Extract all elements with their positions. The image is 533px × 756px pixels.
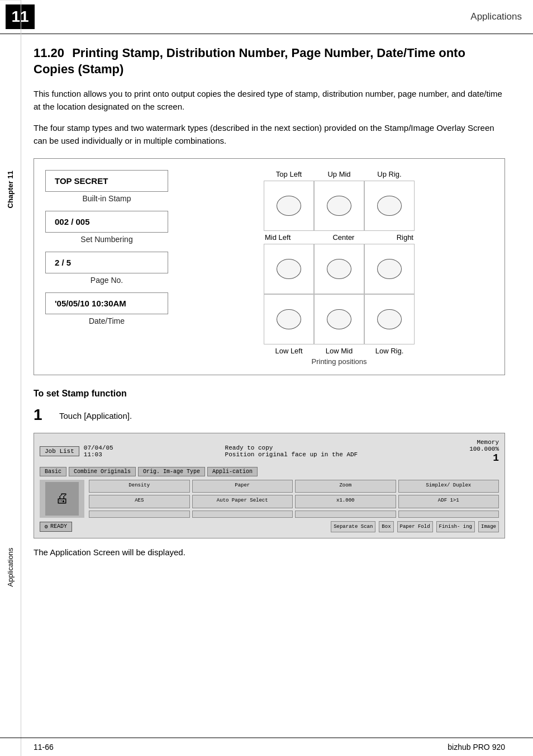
body-paragraph-1: This function allows you to print onto o… bbox=[34, 87, 505, 114]
section-heading: 11.20 Printing Stamp, Distribution Numbe… bbox=[34, 45, 505, 77]
tab-basic[interactable]: Basic bbox=[40, 467, 66, 476]
stamp-group-2: 2 / 5 Page No. bbox=[45, 252, 168, 289]
cell-low-rig[interactable] bbox=[364, 294, 415, 344]
ready-button[interactable]: ⚙ READY bbox=[40, 522, 72, 532]
label-low-mid: Low Mid bbox=[314, 347, 364, 355]
label-right: Right bbox=[397, 233, 413, 242]
section-side-label: Applications bbox=[0, 379, 21, 757]
ctrl-empty-1 bbox=[89, 511, 190, 518]
ctrl-paper-fold[interactable]: Paper Fold bbox=[397, 521, 433, 532]
label-up-mid: Up Mid bbox=[314, 170, 364, 178]
top-position-labels: Top Left Up Mid Up Rig. bbox=[264, 170, 415, 178]
memory-label: Memory bbox=[477, 439, 499, 446]
circle-low-mid bbox=[327, 309, 351, 329]
bot-position-labels: Low Left Low Mid Low Rig. bbox=[264, 347, 415, 355]
printing-positions-label: Printing positions bbox=[312, 357, 367, 366]
circle-up-mid bbox=[327, 196, 351, 216]
cell-up-mid[interactable] bbox=[314, 181, 364, 231]
ctrl-empty-4 bbox=[398, 511, 499, 518]
step-1-text: Touch [Application]. bbox=[59, 407, 132, 423]
cell-right[interactable] bbox=[364, 244, 415, 294]
footer-page-num: 11-66 bbox=[34, 743, 54, 752]
main-content: 11.20 Printing Stamp, Distribution Numbe… bbox=[0, 34, 533, 568]
label-low-left: Low Left bbox=[264, 347, 314, 355]
tab-combine[interactable]: Combine Originals bbox=[69, 467, 136, 476]
screen-memory: Memory 100.000% 1 bbox=[469, 439, 499, 464]
stamp-function-heading: To set Stamp function bbox=[34, 389, 505, 399]
grid-row-bot bbox=[264, 294, 415, 344]
ctrl-image[interactable]: Image bbox=[478, 521, 499, 532]
stamp-label-0: Built-in Stamp bbox=[45, 194, 168, 203]
page-footer: 11-66 bizhub PRO 920 bbox=[0, 738, 533, 756]
ctrl-simplex-duplex[interactable]: Simplex/ Duplex bbox=[398, 480, 499, 493]
screen-bottom-bar: ⚙ READY Separate Scan Box Paper Fold Fin… bbox=[40, 521, 499, 532]
step-1-row: 1 Touch [Application]. bbox=[34, 407, 505, 424]
cell-mid-left[interactable] bbox=[264, 244, 314, 294]
after-screen-text: The Application Screen will be displayed… bbox=[34, 547, 505, 557]
label-mid-left: Mid Left bbox=[265, 233, 291, 242]
cell-low-mid[interactable] bbox=[314, 294, 364, 344]
tab-application[interactable]: Appli-cation bbox=[207, 467, 258, 476]
ctrl-aes[interactable]: AES bbox=[89, 495, 190, 508]
ctrl-auto-paper[interactable]: Auto Paper Select bbox=[192, 495, 293, 508]
status-line1: Ready to copy bbox=[225, 445, 358, 451]
stamp-label-3: Date/Time bbox=[45, 316, 168, 325]
ctrl-zoom-value[interactable]: x1.000 bbox=[295, 495, 396, 508]
job-list-button[interactable]: Job List bbox=[40, 446, 79, 456]
ctrl-zoom[interactable]: Zoom bbox=[295, 480, 396, 493]
step-1-number: 1 bbox=[34, 407, 54, 424]
positions-grid-container: Top Left Up Mid Up Rig. Mid Left Center … bbox=[264, 170, 415, 366]
status-line2: Position original face up in the ADF bbox=[225, 451, 358, 458]
body-paragraph-2: The four stamp types and two watermark t… bbox=[34, 121, 505, 148]
cell-low-left[interactable] bbox=[264, 294, 314, 344]
screen-left-panel: 🖨 bbox=[40, 480, 84, 518]
cell-center[interactable] bbox=[314, 244, 364, 294]
label-center: Center bbox=[332, 233, 354, 242]
chapter-side-label: Chapter 11 bbox=[0, 0, 21, 379]
screen-date: 07/04/0511:03 bbox=[84, 445, 113, 458]
ctrl-separate-scan[interactable]: Separate Scan bbox=[331, 521, 375, 532]
page-header: 11 Applications bbox=[0, 0, 533, 34]
label-up-rig: Up Rig. bbox=[364, 170, 415, 178]
footer-product: bizhub PRO 920 bbox=[448, 743, 505, 752]
section-title: Printing Stamp, Distribution Number, Pag… bbox=[34, 46, 465, 76]
preview-icon: 🖨 bbox=[45, 482, 79, 516]
screen-bottom-right: Separate Scan Box Paper Fold Finish- ing… bbox=[331, 521, 499, 532]
stamp-box-1: 002 / 005 bbox=[45, 211, 168, 233]
grid-row-top bbox=[264, 181, 415, 231]
mid-side-labels: Mid Left Center Right bbox=[264, 231, 415, 244]
ready-label: READY bbox=[50, 523, 67, 530]
circle-top-left bbox=[277, 196, 301, 216]
ctrl-adf[interactable]: ADF 1>1 bbox=[398, 495, 499, 508]
stamp-box-0: TOP SECRET bbox=[45, 170, 168, 192]
tab-orig-type[interactable]: Orig. Im-age Type bbox=[138, 467, 205, 476]
circle-low-left bbox=[277, 309, 301, 329]
figure-box: TOP SECRET Built-in Stamp 002 / 005 Set … bbox=[34, 158, 505, 375]
ctrl-finishing[interactable]: Finish- ing bbox=[436, 521, 475, 532]
stamp-group-3: '05/05/10 10:30AM Date/Time bbox=[45, 292, 168, 330]
ctrl-box[interactable]: Box bbox=[379, 521, 393, 532]
ctrl-density[interactable]: Density bbox=[89, 480, 190, 493]
stamp-group-1: 002 / 005 Set Numbering bbox=[45, 211, 168, 248]
stamps-column: TOP SECRET Built-in Stamp 002 / 005 Set … bbox=[45, 170, 168, 366]
cell-top-left[interactable] bbox=[264, 181, 314, 231]
circle-mid-left bbox=[277, 259, 301, 279]
circle-center bbox=[327, 259, 351, 279]
screen-status: Ready to copy Position original face up … bbox=[225, 445, 358, 458]
side-labels: Chapter 11 Applications bbox=[0, 0, 21, 756]
cell-up-rig[interactable] bbox=[364, 181, 415, 231]
screen-mockup: Job List 07/04/0511:03 Ready to copy Pos… bbox=[34, 433, 505, 538]
screen-main-area: 🖨 Density Paper Zoom Simplex/ Duplex AES… bbox=[40, 480, 499, 518]
screen-top-bar: Job List 07/04/0511:03 Ready to copy Pos… bbox=[40, 439, 499, 464]
label-top-left: Top Left bbox=[264, 170, 314, 178]
circle-right bbox=[377, 259, 402, 279]
stamp-group-0: TOP SECRET Built-in Stamp bbox=[45, 170, 168, 207]
stamp-label-1: Set Numbering bbox=[45, 235, 168, 244]
label-low-rig: Low Rig. bbox=[364, 347, 415, 355]
page-number: 1 bbox=[493, 452, 499, 464]
circle-low-rig bbox=[377, 309, 402, 329]
settings-icon: ⚙ bbox=[45, 523, 48, 530]
positions-column: Top Left Up Mid Up Rig. Mid Left Center … bbox=[185, 170, 493, 366]
grid-row-mid bbox=[264, 244, 415, 294]
ctrl-paper[interactable]: Paper bbox=[192, 480, 293, 493]
